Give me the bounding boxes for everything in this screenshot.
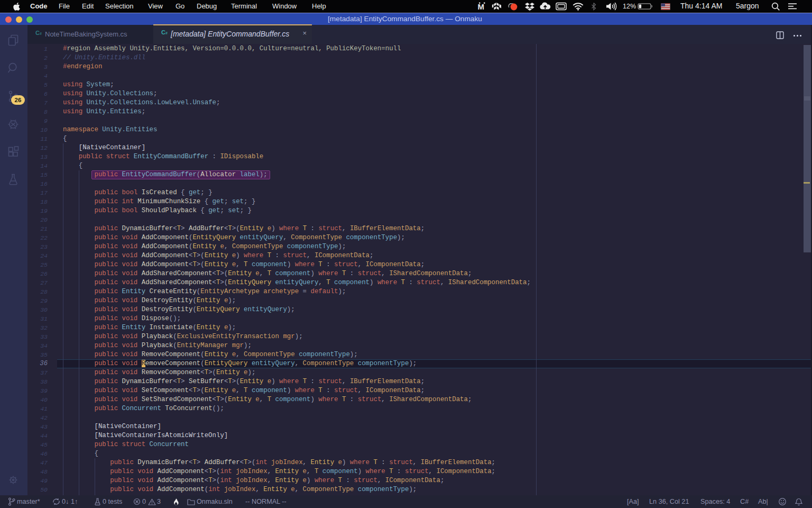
svg-text:M: M bbox=[478, 2, 485, 11]
